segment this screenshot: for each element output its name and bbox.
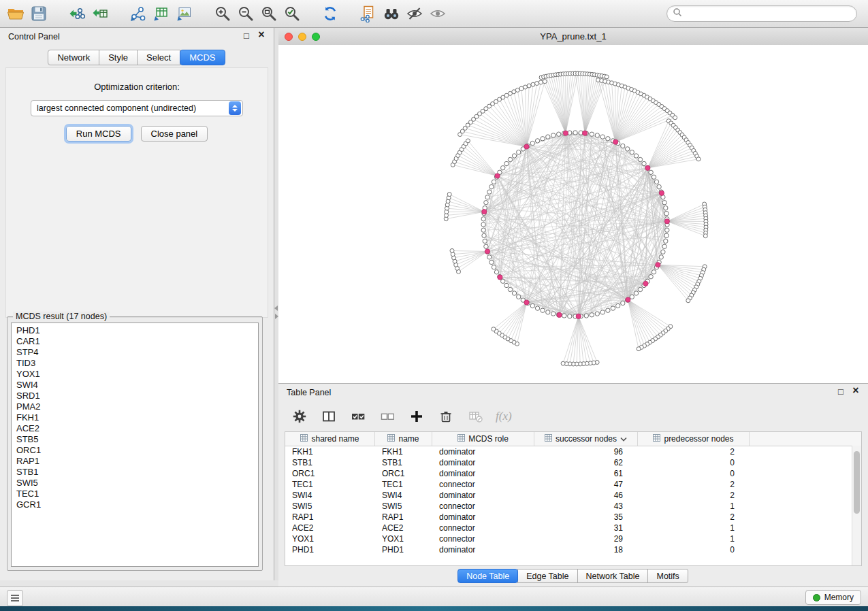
cell-successor-nodes[interactable]: 31 <box>534 523 638 533</box>
zoom-selected-icon[interactable] <box>280 2 304 25</box>
scrollbar-thumb[interactable] <box>854 451 860 514</box>
float-table-panel-icon[interactable]: □ <box>835 386 846 397</box>
mcds-node-item[interactable]: PMA2 <box>16 401 258 412</box>
table-row[interactable]: ACE2ACE2connector311 <box>285 523 861 533</box>
cell-successor-nodes[interactable]: 18 <box>534 544 638 555</box>
mcds-node-item[interactable]: SWI5 <box>16 478 258 489</box>
tab-mcds[interactable]: MCDS <box>180 50 225 65</box>
cell-successor-nodes[interactable]: 47 <box>534 479 638 490</box>
cell-shared-name[interactable]: SWI5 <box>285 501 375 512</box>
cell-successor-nodes[interactable]: 29 <box>534 533 638 544</box>
import-table-icon[interactable] <box>89 2 112 25</box>
cell-shared-name[interactable]: ACE2 <box>285 523 375 533</box>
run-mcds-button[interactable]: Run MCDS <box>66 126 131 142</box>
cell-name[interactable]: SWI4 <box>375 490 432 501</box>
mcds-node-item[interactable]: GCR1 <box>16 499 258 510</box>
cell-successor-nodes[interactable]: 35 <box>534 512 638 523</box>
save-icon[interactable] <box>27 2 50 25</box>
cell-name[interactable]: ACE2 <box>375 523 432 533</box>
zoom-in-icon[interactable] <box>211 2 234 25</box>
search-input[interactable] <box>682 8 856 19</box>
close-table-panel-icon[interactable]: × <box>850 384 861 397</box>
tab-style[interactable]: Style <box>99 50 138 65</box>
close-panel-button[interactable]: Close panel <box>141 126 208 142</box>
cell-predecessor-nodes[interactable]: 1 <box>638 501 750 512</box>
export-network-icon[interactable] <box>127 2 150 25</box>
cell-name[interactable]: STB1 <box>375 457 432 468</box>
import-network-icon[interactable] <box>65 2 89 25</box>
deselect-all-icon[interactable] <box>379 408 396 425</box>
settings-gear-icon[interactable] <box>291 408 308 425</box>
column-header-predecessor-nodes[interactable]: predecessor nodes <box>638 432 750 446</box>
table-row[interactable]: RAP1RAP1dominator352 <box>285 512 861 523</box>
cell-MCDS-role[interactable]: connector <box>432 479 534 490</box>
tab-network-table[interactable]: Network Table <box>577 569 649 583</box>
mcds-node-item[interactable]: STB1 <box>16 467 258 478</box>
zoom-fit-icon[interactable] <box>257 2 280 25</box>
cell-name[interactable]: SWI5 <box>375 501 432 512</box>
network-canvas[interactable] <box>278 45 868 383</box>
delete-row-icon[interactable] <box>437 408 455 425</box>
tab-node-table[interactable]: Node Table <box>457 569 518 583</box>
table-row[interactable]: PHD1PHD1dominator180 <box>285 544 861 555</box>
table-scrollbar[interactable] <box>852 446 861 565</box>
binoculars-icon[interactable] <box>380 2 403 25</box>
cell-shared-name[interactable]: TEC1 <box>285 479 375 490</box>
split-columns-icon[interactable] <box>320 408 338 425</box>
tab-motifs[interactable]: Motifs <box>647 569 688 583</box>
table-row[interactable]: FKH1FKH1dominator962 <box>285 446 861 457</box>
cell-predecessor-nodes[interactable]: 0 <box>638 457 750 468</box>
open-folder-icon[interactable] <box>4 2 27 25</box>
tab-edge-table[interactable]: Edge Table <box>517 569 577 583</box>
mcds-node-item[interactable]: RAP1 <box>16 456 258 467</box>
table-row[interactable]: YOX1YOX1connector291 <box>285 533 861 544</box>
column-header-shared-name[interactable]: shared name <box>285 432 375 446</box>
refresh-icon[interactable] <box>319 2 342 25</box>
table-row[interactable]: ORC1ORC1dominator610 <box>285 468 861 479</box>
cell-successor-nodes[interactable]: 43 <box>534 501 638 512</box>
cell-shared-name[interactable]: YOX1 <box>285 533 375 544</box>
table-row[interactable]: SWI4SWI4dominator462 <box>285 490 861 501</box>
cell-successor-nodes[interactable]: 46 <box>534 490 638 501</box>
cell-predecessor-nodes[interactable]: 2 <box>638 512 750 523</box>
cell-successor-nodes[interactable]: 96 <box>534 446 638 457</box>
mcds-node-item[interactable]: YOX1 <box>16 369 258 380</box>
cell-name[interactable]: FKH1 <box>375 446 432 457</box>
add-row-icon[interactable] <box>408 408 425 425</box>
cell-shared-name[interactable]: RAP1 <box>285 512 375 523</box>
export-table-icon[interactable] <box>150 2 173 25</box>
float-window-icon[interactable]: □ <box>241 31 252 41</box>
cell-MCDS-role[interactable]: dominator <box>432 512 534 523</box>
cell-MCDS-role[interactable]: dominator <box>432 457 534 468</box>
mcds-node-item[interactable]: FKH1 <box>16 412 258 423</box>
memory-button[interactable]: Memory <box>805 590 861 605</box>
network-window-titlebar[interactable]: YPA_prune.txt_1 <box>278 28 868 46</box>
select-all-icon[interactable] <box>349 408 367 425</box>
zoom-out-icon[interactable] <box>234 2 257 25</box>
hide-show-icon[interactable] <box>403 2 426 25</box>
cell-name[interactable]: TEC1 <box>375 479 432 490</box>
export-image-icon[interactable] <box>173 2 196 25</box>
tab-network[interactable]: Network <box>48 50 99 65</box>
cell-predecessor-nodes[interactable]: 2 <box>638 490 750 501</box>
cell-shared-name[interactable]: PHD1 <box>285 544 375 555</box>
criterion-select[interactable]: largest connected component (undirected) <box>31 100 243 116</box>
cell-MCDS-role[interactable]: connector <box>432 523 534 533</box>
mcds-node-item[interactable]: CAR1 <box>16 336 258 347</box>
search-box[interactable] <box>666 5 857 22</box>
mcds-node-item[interactable]: ORC1 <box>16 445 258 456</box>
mcds-node-item[interactable]: PHD1 <box>16 325 258 336</box>
column-header-successor-nodes[interactable]: successor nodes <box>534 432 638 446</box>
cell-name[interactable]: ORC1 <box>375 468 432 479</box>
cell-predecessor-nodes[interactable]: 2 <box>638 479 750 490</box>
cell-shared-name[interactable]: STB1 <box>285 457 375 468</box>
cell-name[interactable]: RAP1 <box>375 512 432 523</box>
cell-predecessor-nodes[interactable]: 1 <box>638 533 750 544</box>
mcds-node-item[interactable]: SRD1 <box>16 391 258 401</box>
cell-MCDS-role[interactable]: connector <box>432 501 534 512</box>
cell-MCDS-role[interactable]: dominator <box>432 468 534 479</box>
cell-successor-nodes[interactable]: 61 <box>534 468 638 479</box>
eye-icon[interactable] <box>426 2 449 25</box>
mcds-node-item[interactable]: SWI4 <box>16 380 258 391</box>
cell-MCDS-role[interactable]: connector <box>432 533 534 544</box>
